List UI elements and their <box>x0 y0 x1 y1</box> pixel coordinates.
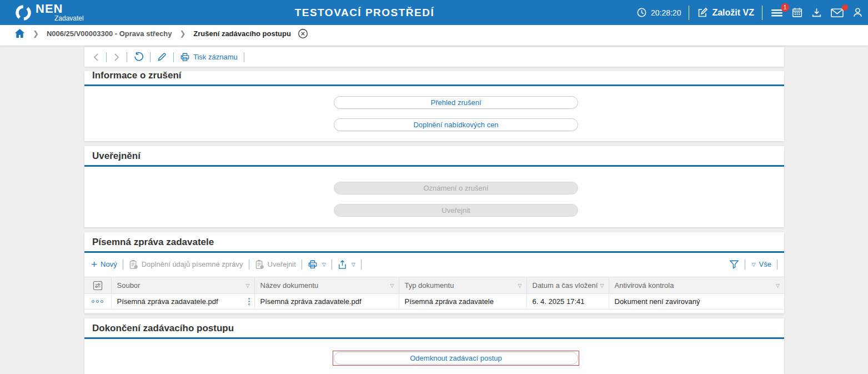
messages-badge <box>842 4 848 11</box>
column-header-antivir[interactable]: Antivirová kontrola ▽ <box>609 277 784 294</box>
app-header: NEN Zadavatel TESTOVACÍ PROSTŘEDÍ 20:28:… <box>0 0 868 25</box>
breadcrumb-chevron: ❯ <box>33 29 39 38</box>
cell-menu-icon[interactable] <box>248 298 250 305</box>
section-rule <box>84 84 784 86</box>
toolbar-divider <box>249 260 249 270</box>
documents-table: Soubor ▽ Název dokumentu ▽ Typ dokumentu… <box>84 277 784 310</box>
toolbar-divider <box>127 52 127 62</box>
home-icon[interactable] <box>14 28 25 38</box>
column-settings-icon <box>84 281 111 291</box>
logo-subtitle: Zadavatel <box>54 15 84 22</box>
toolbar-divider <box>244 52 244 62</box>
toolbar-divider <box>123 260 123 270</box>
section-completion: Dokončení zadávacího postupu Odemknout z… <box>84 318 784 374</box>
column-filter-icon[interactable]: ▽ <box>246 283 250 288</box>
cell-typ[interactable]: Písemná zpráva zadavatele <box>399 294 526 310</box>
new-report-button[interactable]: + Nový <box>91 260 117 268</box>
filter-all-dropdown[interactable]: ▽ Vše <box>751 260 771 268</box>
print-record-button[interactable]: Tisk záznamu <box>180 52 238 62</box>
user-profile-button[interactable] <box>852 7 864 18</box>
clipboard-gear-icon <box>129 260 138 270</box>
table-row[interactable]: Písemná zpráva zadavatele.pdf Písemná zp… <box>84 294 784 310</box>
section-rule <box>84 337 784 339</box>
cell-soubor[interactable]: Písemná zpráva zadavatele.pdf <box>111 294 254 310</box>
prev-record-icon[interactable] <box>92 53 100 62</box>
toolbar-divider <box>150 52 150 62</box>
breadcrumb: ❯ N006/25/V00003300 - Oprava střechy ❯ Z… <box>0 25 868 46</box>
column-header-datum[interactable]: Datum a čas vložení ▽ <box>526 277 609 294</box>
print-grid-button[interactable]: ▽ <box>308 260 326 270</box>
nen-logo[interactable]: NEN Zadavatel <box>14 3 84 22</box>
download-button[interactable] <box>811 7 822 18</box>
export-grid-button[interactable]: ▽ <box>338 260 355 270</box>
dropdown-arrow-icon: ▽ <box>352 262 355 267</box>
messages-button[interactable] <box>830 7 844 18</box>
nen-logo-icon <box>14 4 32 22</box>
doplneni-nabidkovych-cen-button[interactable]: Doplnění nabídkových cen <box>334 118 578 131</box>
export-icon <box>338 260 347 270</box>
column-header-soubor[interactable]: Soubor ▽ <box>111 277 254 294</box>
calendar-button[interactable] <box>791 7 803 18</box>
toolbar-divider <box>106 52 107 62</box>
toolbar-divider <box>777 260 777 270</box>
cell-antivir[interactable]: Dokument není zavirovaný <box>609 294 784 310</box>
section-rule <box>84 165 784 167</box>
column-filter-icon[interactable]: ▽ <box>390 283 394 288</box>
cell-datum[interactable]: 6. 4. 2025 17:41 <box>526 294 609 310</box>
publish-report-button: Uveřejnit <box>255 260 296 270</box>
section-written-report: Písemná zpráva zadavatele + Nový <box>84 232 784 313</box>
column-header-nazev[interactable]: Název dokumentu ▽ <box>254 277 399 294</box>
printer-icon <box>308 260 318 270</box>
toolbar-divider <box>361 260 362 270</box>
edit-icon <box>697 7 708 18</box>
section-rule <box>84 251 784 253</box>
toolbar-divider <box>173 52 174 62</box>
close-tab-icon[interactable] <box>298 28 308 39</box>
dropdown-arrow-icon: ▽ <box>322 262 326 267</box>
column-settings-header[interactable] <box>84 277 111 294</box>
column-filter-icon[interactable]: ▽ <box>600 283 604 288</box>
row-menu-icon[interactable] <box>84 300 111 303</box>
header-divider <box>762 6 762 20</box>
edit-record-icon[interactable] <box>157 52 167 62</box>
tasks-menu-button[interactable]: 1 <box>770 7 784 18</box>
row-actions-cell[interactable] <box>84 294 111 310</box>
section-title: Informace o zrušení <box>84 71 784 84</box>
next-record-icon[interactable] <box>113 53 121 62</box>
current-time: 20:28:20 <box>651 8 681 17</box>
toolbar-divider <box>332 260 332 270</box>
breadcrumb-item-procedure[interactable]: N006/25/V00003300 - Oprava střechy <box>47 29 172 38</box>
filter-funnel-icon[interactable] <box>729 260 739 269</box>
cell-nazev[interactable]: Písemná zpráva zadavatele.pdf <box>254 294 399 310</box>
clock-icon <box>636 7 647 18</box>
section-publication: Uveřejnění Oznámení o zrušení Uveřejnit <box>84 146 784 227</box>
section-title: Uveřejnění <box>84 146 784 165</box>
plus-icon: + <box>91 261 97 268</box>
toolbar-divider <box>745 260 745 270</box>
dropdown-arrow-icon: ▽ <box>752 262 756 267</box>
breadcrumb-chevron: ❯ <box>179 29 185 38</box>
header-divider <box>689 6 689 20</box>
clock-widget: 20:28:20 <box>636 7 681 18</box>
unlock-procedure-button[interactable]: Odemknout zadávací postup <box>334 352 578 365</box>
column-filter-icon[interactable]: ▽ <box>518 283 522 288</box>
column-header-typ[interactable]: Typ dokumentu ▽ <box>399 277 526 294</box>
unlock-alert-outline: Odemknout zadávací postup <box>333 351 579 366</box>
create-vz-button[interactable]: Založit VZ <box>697 7 754 18</box>
supplement-report-button: Doplnění údajů písemné zprávy <box>129 260 243 270</box>
printer-icon <box>180 52 190 62</box>
table-header-row: Soubor ▽ Název dokumentu ▽ Typ dokumentu… <box>84 277 784 294</box>
tasks-badge: 1 <box>781 3 789 12</box>
environment-title: TESTOVACÍ PROSTŘEDÍ <box>295 0 435 25</box>
section-title: Písemná zpráva zadavatele <box>84 232 784 251</box>
section-cancellation-info: Informace o zrušení Přehled zrušení Dopl… <box>84 71 784 141</box>
column-filter-icon[interactable]: ▽ <box>776 283 780 288</box>
section-title: Dokončení zadávacího postupu <box>84 318 784 337</box>
screen: NEN Zadavatel TESTOVACÍ PROSTŘEDÍ 20:28:… <box>0 0 868 374</box>
prehled-zruseni-button[interactable]: Přehled zrušení <box>334 96 578 109</box>
record-toolbar: Tisk záznamu <box>84 47 784 67</box>
oznameni-o-zruseni-button: Oznámení o zrušení <box>334 182 578 195</box>
refresh-icon[interactable] <box>133 52 144 62</box>
uverejnit-button: Uveřejnit <box>334 204 578 217</box>
logo-text: NEN <box>36 3 84 15</box>
